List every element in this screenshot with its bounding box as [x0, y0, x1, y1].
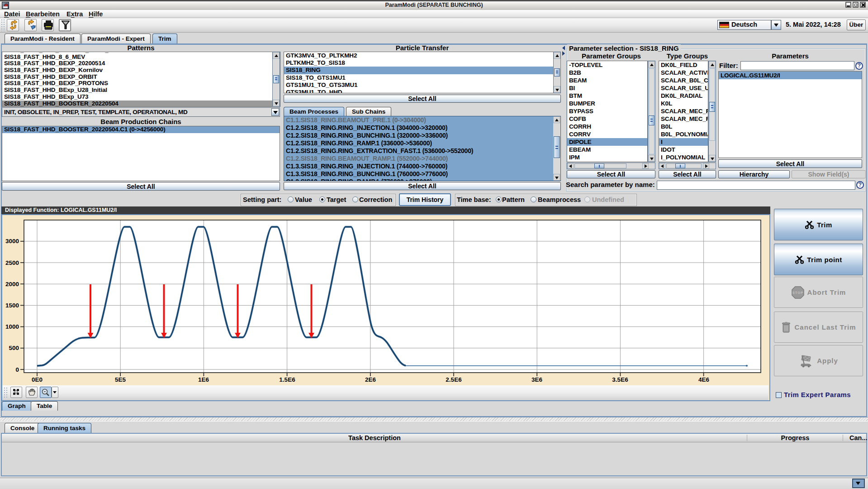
svg-text:4E6: 4E6 — [698, 376, 710, 383]
svg-text:2000: 2000 — [5, 281, 19, 288]
svg-text:1500: 1500 — [5, 302, 19, 309]
svg-text:2.5E6: 2.5E6 — [446, 376, 462, 383]
svg-text:1E6: 1E6 — [198, 376, 209, 383]
svg-text:3.5E6: 3.5E6 — [612, 376, 628, 383]
svg-text:5E5: 5E5 — [115, 376, 126, 383]
svg-text:0: 0 — [15, 366, 19, 373]
svg-text:500: 500 — [9, 345, 19, 351]
svg-text:2E6: 2E6 — [365, 376, 376, 383]
svg-text:STOP: STOP — [792, 291, 803, 295]
svg-text:1.5E6: 1.5E6 — [279, 376, 295, 383]
svg-text:1000: 1000 — [5, 323, 19, 330]
svg-text:3E6: 3E6 — [531, 376, 543, 383]
svg-text:2500: 2500 — [5, 259, 19, 266]
svg-text:3000: 3000 — [5, 238, 19, 244]
svg-text:0E0: 0E0 — [32, 376, 43, 383]
